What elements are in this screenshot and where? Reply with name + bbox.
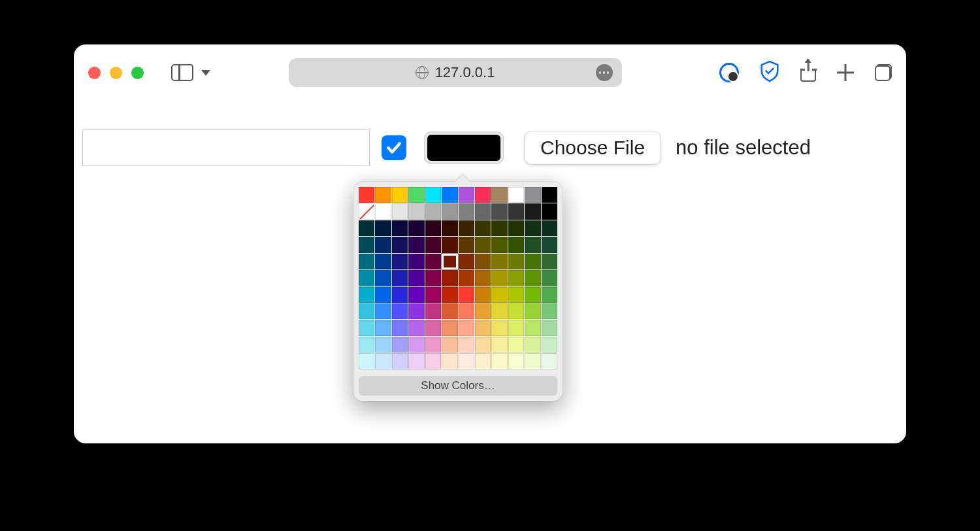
checkbox-input[interactable] <box>382 135 406 160</box>
color-input[interactable] <box>425 132 503 163</box>
color-swatch[interactable] <box>491 220 507 236</box>
color-swatch[interactable] <box>475 220 491 236</box>
color-swatch[interactable] <box>375 270 391 286</box>
color-swatch[interactable] <box>408 203 424 219</box>
color-swatch[interactable] <box>525 237 540 252</box>
color-swatch[interactable] <box>508 320 524 335</box>
zoom-window-button[interactable] <box>131 67 144 79</box>
color-swatch[interactable] <box>442 287 457 303</box>
color-swatch[interactable] <box>392 187 408 203</box>
color-swatch[interactable] <box>491 237 507 252</box>
color-swatch[interactable] <box>459 187 474 203</box>
color-swatch[interactable] <box>359 220 374 236</box>
color-swatch[interactable] <box>425 353 441 369</box>
color-swatch[interactable] <box>359 287 374 303</box>
color-swatch[interactable] <box>392 220 408 236</box>
color-swatch[interactable] <box>525 187 540 203</box>
color-swatch[interactable] <box>459 303 474 319</box>
color-swatch[interactable] <box>459 220 474 236</box>
color-swatch[interactable] <box>359 254 374 269</box>
color-swatch[interactable] <box>375 237 391 252</box>
color-swatch[interactable] <box>425 203 441 219</box>
color-swatch[interactable] <box>408 270 424 286</box>
color-swatch[interactable] <box>542 187 557 203</box>
color-swatch[interactable] <box>459 237 474 252</box>
color-swatch[interactable] <box>442 353 457 369</box>
color-swatch[interactable] <box>408 254 424 269</box>
color-swatch[interactable] <box>525 303 540 319</box>
color-swatch[interactable] <box>392 237 408 252</box>
color-swatch[interactable] <box>542 254 557 269</box>
color-swatch[interactable] <box>542 220 557 236</box>
color-swatch[interactable] <box>525 220 540 236</box>
color-swatch[interactable] <box>459 287 474 303</box>
color-swatch[interactable] <box>525 337 540 352</box>
color-swatch[interactable] <box>425 320 441 335</box>
color-swatch[interactable] <box>359 353 374 369</box>
color-swatch[interactable] <box>542 270 557 286</box>
color-swatch[interactable] <box>375 337 391 352</box>
share-icon[interactable] <box>800 63 816 82</box>
color-swatch[interactable] <box>375 254 391 269</box>
color-swatch[interactable] <box>442 303 457 319</box>
color-swatch[interactable] <box>408 320 424 335</box>
color-swatch[interactable] <box>475 320 491 335</box>
color-swatch[interactable] <box>542 203 557 219</box>
color-swatch[interactable] <box>375 320 391 335</box>
color-swatch[interactable] <box>475 303 491 319</box>
color-swatch[interactable] <box>425 187 441 203</box>
color-swatch[interactable] <box>475 287 491 303</box>
color-swatch[interactable] <box>442 187 457 203</box>
color-swatch[interactable] <box>392 303 408 319</box>
color-swatch[interactable] <box>491 320 507 335</box>
color-swatch[interactable] <box>375 303 391 319</box>
color-swatch[interactable] <box>542 303 557 319</box>
color-swatch[interactable] <box>442 254 457 269</box>
color-swatch[interactable] <box>475 203 491 219</box>
color-swatch[interactable] <box>459 337 474 352</box>
color-swatch[interactable] <box>359 187 374 203</box>
color-swatch[interactable] <box>425 270 441 286</box>
color-swatch[interactable] <box>392 254 408 269</box>
color-swatch[interactable] <box>542 353 557 369</box>
color-swatch[interactable] <box>525 270 540 286</box>
color-swatch[interactable] <box>459 254 474 269</box>
color-swatch[interactable] <box>542 287 557 303</box>
new-tab-icon[interactable] <box>837 64 854 81</box>
address-bar[interactable]: 127.0.0.1 <box>289 58 622 87</box>
color-swatch[interactable] <box>408 287 424 303</box>
color-swatch[interactable] <box>459 270 474 286</box>
color-swatch[interactable] <box>359 303 374 319</box>
color-swatch[interactable] <box>459 320 474 335</box>
color-swatch[interactable] <box>408 237 424 252</box>
color-swatch[interactable] <box>442 203 457 219</box>
color-swatch[interactable] <box>475 270 491 286</box>
color-swatch[interactable] <box>392 287 408 303</box>
color-swatch[interactable] <box>359 203 374 219</box>
color-swatch[interactable] <box>442 320 457 335</box>
close-window-button[interactable] <box>88 67 101 79</box>
color-swatch[interactable] <box>508 203 524 219</box>
color-swatch[interactable] <box>442 220 457 236</box>
color-swatch[interactable] <box>392 270 408 286</box>
color-swatch[interactable] <box>491 337 507 352</box>
color-swatch[interactable] <box>491 270 507 286</box>
color-swatch[interactable] <box>508 337 524 352</box>
color-swatch[interactable] <box>408 303 424 319</box>
choose-file-button[interactable]: Choose File <box>524 131 661 165</box>
color-swatch[interactable] <box>508 237 524 252</box>
color-swatch[interactable] <box>491 203 507 219</box>
color-swatch[interactable] <box>442 337 457 352</box>
color-swatch[interactable] <box>508 353 524 369</box>
color-swatch[interactable] <box>525 353 540 369</box>
color-swatch[interactable] <box>408 220 424 236</box>
color-swatch[interactable] <box>491 303 507 319</box>
tab-overview-icon[interactable] <box>875 64 892 81</box>
color-swatch[interactable] <box>359 320 374 335</box>
color-swatch[interactable] <box>425 220 441 236</box>
color-swatch[interactable] <box>375 353 391 369</box>
color-swatch[interactable] <box>508 187 524 203</box>
color-swatch[interactable] <box>408 187 424 203</box>
color-swatch[interactable] <box>392 320 408 335</box>
color-swatch[interactable] <box>491 353 507 369</box>
